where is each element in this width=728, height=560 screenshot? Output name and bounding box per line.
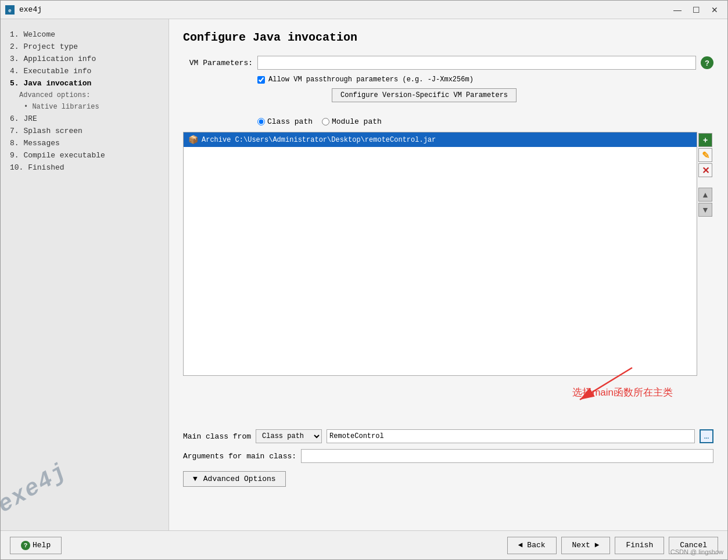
sidebar-item-splash-screen[interactable]: 7. Splash screen [8,125,162,137]
page-title: Configure Java invocation [183,31,713,44]
help-label: Help [33,541,51,550]
main-class-input[interactable] [327,429,695,443]
next-label: Next ► [572,541,600,550]
bottom-bar: ? Help ◄ Back Next ► Finish Cancel [1,530,727,559]
content-area: Configure Java invocation VM Parameters:… [169,19,727,530]
args-row: Arguments for main class: [183,449,713,463]
close-button[interactable]: ✕ [707,4,723,16]
main-class-browse-button[interactable]: ... [700,429,713,443]
configure-vm-button[interactable]: Configure Version-Specific VM Parameters [332,88,517,102]
titlebar: e exe4j — ☐ ✕ [1,1,727,19]
finish-label: Finish [626,541,653,550]
classpath-container: 📦 Archive C:\Users\Administrator\Desktop… [183,132,713,376]
sidebar-item-finished[interactable]: 10. Finished [8,161,162,174]
csdn-watermark: CSDN @ lingshow [670,548,723,555]
sidebar-nav: 1. Welcome 2. Project type 3. Applicatio… [8,28,162,174]
svg-text:e: e [8,8,11,14]
sidebar-item-project-type[interactable]: 2. Project type [8,41,162,53]
app-icon: e [5,5,15,15]
archive-icon: 📦 [188,135,198,145]
advanced-options-label: Advanced Options [203,475,276,483]
classpath-radio[interactable] [257,118,265,125]
window-controls: — ☐ ✕ [669,4,723,16]
classpath-down-button[interactable]: ▼ [698,203,712,217]
help-button[interactable]: ? Help [10,537,62,554]
classpath-edit-button[interactable]: ✎ [698,148,712,162]
window-title: exe4j [19,5,669,14]
classpath-list[interactable]: 📦 Archive C:\Users\Administrator\Desktop… [183,132,697,376]
sidebar-item-jre[interactable]: 6. JRE [8,113,162,125]
vm-passthrough-label: Allow VM passthrough parameters (e.g. -J… [268,76,474,84]
classpath-section: 📦 Archive C:\Users\Administrator\Desktop… [183,132,713,376]
main-class-row: Main class from Class path Module path .… [183,429,713,443]
classpath-up-button[interactable]: ▲ [698,188,712,202]
path-type-row: Class path Module path [257,117,713,126]
modulepath-radio-option: Module path [322,117,382,126]
sidebar-item-executable-info[interactable]: 4. Executable info [8,65,162,77]
sidebar: 1. Welcome 2. Project type 3. Applicatio… [1,19,169,530]
sidebar-item-compile-executable[interactable]: 9. Compile executable [8,149,162,161]
vm-parameters-label: VM Parameters: [183,59,253,67]
advanced-options-button[interactable]: ▼ Advanced Options [183,471,286,487]
help-icon: ? [21,541,30,550]
vm-parameters-row: VM Parameters: ? [183,56,713,70]
main-window: e exe4j — ☐ ✕ 1. Welcome 2. Project type… [0,0,728,560]
classpath-radio-option: Class path [257,117,313,126]
classpath-actions: + ✎ ✕ ▲ ▼ [697,132,713,376]
sidebar-item-messages[interactable]: 8. Messages [8,137,162,149]
classpath-delete-button[interactable]: ✕ [698,163,712,177]
args-label: Arguments for main class: [183,452,296,461]
next-button[interactable]: Next ► [561,537,611,554]
vm-passthrough-row: Allow VM passthrough parameters (e.g. -J… [257,76,713,84]
vm-parameters-input[interactable] [257,56,696,70]
finish-button[interactable]: Finish [615,537,664,554]
sidebar-advanced-options-label: Advanced options: [8,89,162,101]
minimize-button[interactable]: — [669,4,686,16]
back-button[interactable]: ◄ Back [507,537,557,554]
args-input[interactable] [301,449,713,463]
sidebar-item-welcome[interactable]: 1. Welcome [8,28,162,41]
back-label: ◄ Back [518,541,546,550]
vm-passthrough-checkbox[interactable] [257,76,265,84]
modulepath-radio-label: Module path [332,117,382,126]
sidebar-item-java-invocation[interactable]: 5. Java invocation [8,77,162,89]
classpath-add-button[interactable]: + [698,133,712,147]
main-class-label: Main class from [183,432,251,441]
main-class-select[interactable]: Class path Module path [256,429,322,443]
advanced-options-arrow-icon: ▼ [193,475,198,483]
classpath-item-text: Archive C:\Users\Administrator\Desktop\r… [202,136,436,144]
maximize-button[interactable]: ☐ [688,4,704,16]
watermark: exe4j [1,458,72,519]
main-layout: 1. Welcome 2. Project type 3. Applicatio… [1,19,727,530]
classpath-item[interactable]: 📦 Archive C:\Users\Administrator\Desktop… [184,132,697,147]
sidebar-item-native-libraries[interactable]: • Native libraries [8,101,162,113]
sidebar-item-application-info[interactable]: 3. Application info [8,53,162,65]
modulepath-radio[interactable] [322,118,329,125]
classpath-radio-label: Class path [267,117,313,126]
vm-parameters-help-button[interactable]: ? [701,56,713,69]
